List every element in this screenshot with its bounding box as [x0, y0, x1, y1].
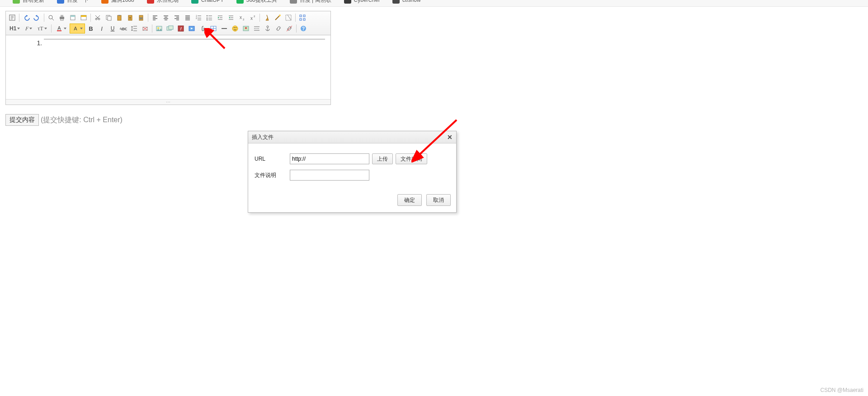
bookmark-label: ChatGPT: [201, 0, 224, 3]
formatblock-dropdown[interactable]: H1: [7, 24, 22, 33]
underline-icon[interactable]: [108, 24, 118, 33]
unlink-icon[interactable]: [284, 24, 294, 33]
bookmark-item[interactable]: ctfshow: [392, 0, 421, 4]
superscript-icon[interactable]: [248, 13, 258, 23]
indent-icon[interactable]: [215, 13, 225, 23]
toolbar-separator: [90, 14, 91, 22]
about-icon[interactable]: [298, 24, 308, 33]
bookmark-label: 永恒靶场: [157, 0, 179, 4]
dialog-body: URL 上传 文件空间 文件说明: [248, 143, 456, 191]
wordpaste-icon[interactable]: [136, 13, 146, 23]
italic-icon[interactable]: [97, 24, 107, 33]
ok-button[interactable]: 确定: [397, 194, 422, 206]
bookmark-favicon: [236, 0, 244, 4]
quickformat-icon[interactable]: [273, 13, 283, 23]
source-icon[interactable]: [7, 13, 17, 23]
bold-icon[interactable]: [86, 24, 96, 33]
bookmark-item[interactable]: 永恒靶场: [147, 0, 179, 4]
insertunorderedlist-icon[interactable]: [204, 13, 214, 23]
insert-file-dialog: 插入文件 ✕ URL 上传 文件空间 文件说明 确定 取消: [248, 131, 457, 213]
hr-icon[interactable]: [219, 24, 229, 33]
bookmark-label: ctfshow: [402, 0, 421, 3]
file-desc-label: 文件说明: [255, 172, 290, 179]
fontname-dropdown[interactable]: 𝐹: [23, 24, 34, 33]
toolbar-separator: [295, 14, 296, 22]
fontsize-dropdown[interactable]: τT: [35, 24, 49, 33]
multiimage-icon[interactable]: [165, 24, 175, 33]
bookmark-item[interactable]: 漏洞1068: [101, 0, 134, 4]
cut-icon[interactable]: [93, 13, 103, 23]
file-desc-input[interactable]: [290, 170, 369, 181]
toolbar-separator: [148, 14, 148, 22]
outdent-icon[interactable]: [226, 13, 236, 23]
bookmark-item[interactable]: 360提权工具: [236, 0, 277, 4]
undo-icon[interactable]: [21, 13, 31, 23]
resize-handle[interactable]: ⋯: [6, 99, 330, 105]
bookmark-favicon: [13, 0, 20, 4]
preview-icon[interactable]: [46, 13, 56, 23]
submit-button[interactable]: 提交内容: [5, 114, 39, 126]
redo-icon[interactable]: [32, 13, 42, 23]
cancel-button[interactable]: 取消: [426, 194, 451, 206]
copy-icon[interactable]: [104, 13, 113, 23]
fullscreen-icon[interactable]: [297, 13, 307, 23]
justifyfull-icon[interactable]: [183, 13, 193, 23]
forecolor-dropdown[interactable]: [53, 24, 69, 33]
dialog-title: 插入文件: [252, 134, 447, 141]
justifyright-icon[interactable]: [172, 13, 182, 23]
rich-text-editor: H1𝐹τT ⋯: [5, 11, 331, 105]
bookmark-favicon: [344, 0, 351, 4]
hilitecolor-dropdown[interactable]: [70, 24, 85, 33]
media-icon[interactable]: [187, 24, 197, 33]
watermark: CSDN @Msaerati: [820, 387, 863, 393]
submit-row: 提交内容 (提交快捷键: Ctrl + Enter): [5, 114, 123, 126]
toolbar-separator: [44, 14, 44, 22]
bookmark-favicon: [101, 0, 108, 4]
bookmark-item[interactable]: 百度 | 离别歌: [290, 0, 331, 4]
strikethrough-icon[interactable]: [118, 24, 128, 33]
paste-icon[interactable]: [114, 13, 124, 23]
bookmark-bar: 自动更新百度一下漏洞1068永恒靶场ChatGPT360提权工具百度 | 离别歌…: [0, 0, 868, 7]
editor-toolbar: H1𝐹τT: [6, 11, 330, 35]
pagebreak-icon[interactable]: [252, 24, 262, 33]
lineheight-icon[interactable]: [129, 24, 139, 33]
print-icon[interactable]: [57, 13, 67, 23]
clearhtml-icon[interactable]: [262, 13, 272, 23]
anchor-icon[interactable]: [263, 24, 273, 33]
ordered-list-item[interactable]: [44, 39, 325, 48]
code-icon[interactable]: [79, 13, 89, 23]
url-input[interactable]: [290, 153, 369, 164]
justifyleft-icon[interactable]: [150, 13, 160, 23]
insertfile-icon[interactable]: [198, 24, 208, 33]
insertorderedlist-icon[interactable]: [193, 13, 203, 23]
bookmark-favicon: [191, 0, 198, 4]
dialog-footer: 确定 取消: [248, 191, 456, 212]
plainpaste-icon[interactable]: [125, 13, 135, 23]
toolbar-separator: [259, 14, 260, 22]
link-icon[interactable]: [274, 24, 283, 33]
table-icon[interactable]: [208, 24, 218, 33]
subscript-icon[interactable]: [237, 13, 247, 23]
bookmark-item[interactable]: 自动更新: [13, 0, 44, 4]
bookmark-item[interactable]: 百度一下: [57, 0, 89, 4]
flash-icon[interactable]: [176, 24, 186, 33]
submit-hint: (提交快捷键: Ctrl + Enter): [41, 115, 123, 125]
removeformat-icon[interactable]: [140, 24, 150, 33]
selectall-icon[interactable]: [283, 13, 293, 23]
bookmark-favicon: [290, 0, 297, 4]
justifycenter-icon[interactable]: [161, 13, 171, 23]
close-icon[interactable]: ✕: [447, 134, 453, 141]
upload-button[interactable]: 上传: [372, 153, 393, 164]
bookmark-label: 百度 | 离别歌: [300, 0, 331, 4]
template-icon[interactable]: [68, 13, 78, 23]
editor-body[interactable]: [6, 35, 330, 99]
toolbar-separator: [152, 24, 152, 33]
dialog-header[interactable]: 插入文件 ✕: [248, 131, 456, 143]
bookmark-favicon: [57, 0, 64, 4]
bookmark-item[interactable]: ChatGPT: [191, 0, 224, 4]
bookmark-item[interactable]: CyberChef: [344, 0, 380, 4]
image-icon[interactable]: [154, 24, 164, 33]
emoticons-icon[interactable]: [230, 24, 240, 33]
filespace-button[interactable]: 文件空间: [396, 153, 427, 164]
baidumap-icon[interactable]: [241, 24, 251, 33]
